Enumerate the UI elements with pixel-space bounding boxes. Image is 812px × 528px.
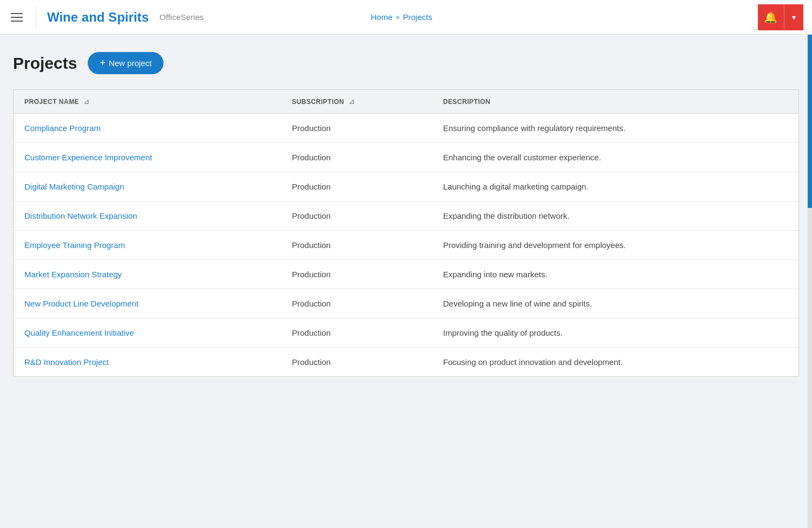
breadcrumb-home[interactable]: Home — [371, 12, 392, 22]
header-divider — [36, 6, 36, 28]
description-cell: Improving the quality of products. — [432, 318, 798, 348]
app-subtitle: OfficeSeries — [160, 12, 204, 22]
breadcrumb-current[interactable]: Projects — [403, 12, 432, 22]
app-title: Wine and Spirits — [47, 10, 149, 25]
table-body: Compliance ProgramProductionEnsuring com… — [14, 114, 798, 377]
description-cell: Enhancing the overall customer experienc… — [432, 143, 798, 172]
projects-table: PROJECT NAME ⊿ SUBSCRIPTION ⊿ — [14, 90, 798, 376]
table-row: Distribution Network ExpansionProduction… — [14, 201, 798, 231]
description-cell: Focusing on product innovation and devel… — [432, 348, 798, 377]
table-row: Customer Experience ImprovementProductio… — [14, 143, 798, 172]
project-link[interactable]: Employee Training Program — [24, 240, 125, 250]
breadcrumb-separator: » — [396, 13, 400, 21]
projects-table-container: PROJECT NAME ⊿ SUBSCRIPTION ⊿ — [13, 89, 799, 377]
project-link[interactable]: Compliance Program — [24, 123, 101, 133]
subscription-cell: Production — [281, 289, 432, 318]
new-project-label: New project — [109, 58, 152, 68]
description-cell: Launching a digital marketing campaign. — [432, 172, 798, 201]
project-name-cell: Digital Marketing Campaign — [14, 172, 281, 201]
table-row: R&D Innovation ProjectProductionFocusing… — [14, 348, 798, 377]
page-title: Projects — [13, 54, 77, 73]
filter-icon-subscription[interactable]: ⊿ — [349, 97, 355, 106]
table-header: PROJECT NAME ⊿ SUBSCRIPTION ⊿ — [14, 90, 798, 114]
page-area: Projects + New project PROJECT NAME ⊿ — [13, 52, 799, 377]
project-name-cell: R&D Innovation Project — [14, 348, 281, 377]
header-actions: 🔔 ▾ — [758, 4, 803, 30]
col-subscription: SUBSCRIPTION ⊿ — [281, 90, 432, 114]
project-name-cell: Employee Training Program — [14, 231, 281, 260]
col-project-name: PROJECT NAME ⊿ — [14, 90, 281, 114]
table-row: Quality Enhancement InitiativeProduction… — [14, 318, 798, 348]
description-cell: Providing training and development for e… — [432, 231, 798, 260]
bell-button[interactable]: 🔔 — [758, 4, 784, 30]
project-name-cell: Compliance Program — [14, 114, 281, 143]
project-name-cell: New Product Line Development — [14, 289, 281, 318]
project-name-cell: Distribution Network Expansion — [14, 201, 281, 231]
subscription-cell: Production — [281, 348, 432, 377]
project-link[interactable]: New Product Line Development — [24, 299, 139, 308]
chevron-down-icon: ▾ — [792, 13, 796, 22]
project-link[interactable]: Distribution Network Expansion — [24, 211, 137, 220]
bell-icon: 🔔 — [764, 11, 777, 24]
col-description: DESCRIPTION — [432, 90, 798, 114]
table-row: Compliance ProgramProductionEnsuring com… — [14, 114, 798, 143]
project-name-cell: Quality Enhancement Initiative — [14, 318, 281, 348]
project-name-cell: Customer Experience Improvement — [14, 143, 281, 172]
subscription-cell: Production — [281, 114, 432, 143]
scroll-thumb[interactable] — [808, 35, 812, 208]
project-link[interactable]: Quality Enhancement Initiative — [24, 328, 134, 337]
subscription-cell: Production — [281, 260, 432, 289]
description-cell: Expanding the distribution network. — [432, 201, 798, 231]
description-cell: Developing a new line of wine and spirit… — [432, 289, 798, 318]
new-project-button[interactable]: + New project — [88, 52, 163, 74]
subscription-cell: Production — [281, 231, 432, 260]
project-name-cell: Market Expansion Strategy — [14, 260, 281, 289]
main-content: Projects + New project PROJECT NAME ⊿ — [0, 35, 812, 394]
scrollbar[interactable] — [808, 35, 812, 528]
header-dropdown-button[interactable]: ▾ — [784, 4, 803, 30]
table-row: Market Expansion StrategyProductionExpan… — [14, 260, 798, 289]
page-header: Projects + New project — [13, 52, 799, 74]
subscription-cell: Production — [281, 318, 432, 348]
description-cell: Ensuring compliance with regulatory requ… — [432, 114, 798, 143]
header: Wine and Spirits OfficeSeries Home » Pro… — [0, 0, 812, 35]
subscription-cell: Production — [281, 172, 432, 201]
project-link[interactable]: Customer Experience Improvement — [24, 153, 152, 162]
hamburger-menu[interactable] — [9, 11, 25, 24]
table-row: New Product Line DevelopmentProductionDe… — [14, 289, 798, 318]
project-link[interactable]: R&D Innovation Project — [24, 357, 109, 367]
breadcrumb: Home » Projects — [371, 12, 432, 22]
description-cell: Expanding into new markets. — [432, 260, 798, 289]
project-link[interactable]: Market Expansion Strategy — [24, 270, 122, 279]
filter-icon-name[interactable]: ⊿ — [83, 97, 89, 106]
table-row: Digital Marketing CampaignProductionLaun… — [14, 172, 798, 201]
subscription-cell: Production — [281, 143, 432, 172]
table-row: Employee Training ProgramProductionProvi… — [14, 231, 798, 260]
project-link[interactable]: Digital Marketing Campaign — [24, 182, 124, 191]
plus-icon: + — [100, 57, 106, 69]
subscription-cell: Production — [281, 201, 432, 231]
